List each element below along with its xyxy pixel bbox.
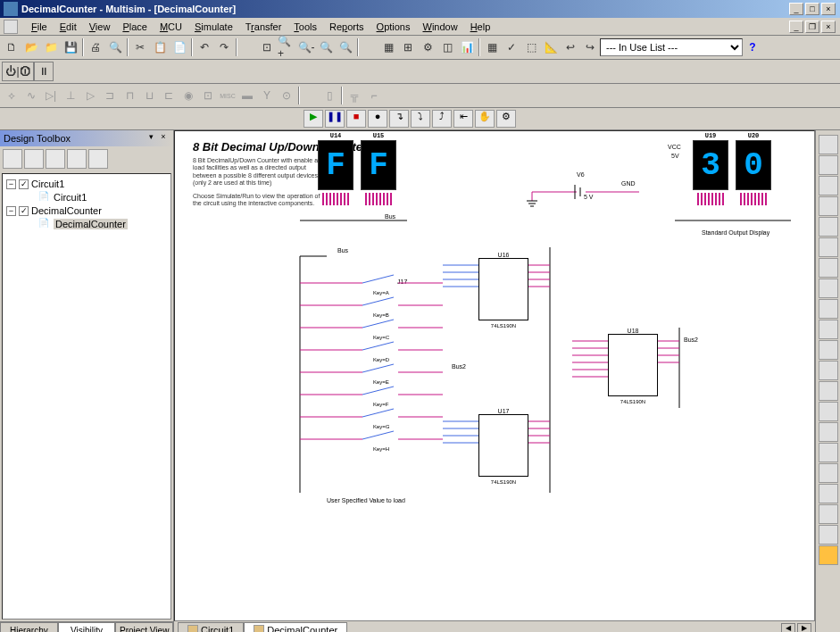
seven-segment-u20[interactable]: U20 0 bbox=[736, 140, 771, 190]
menu-simulate[interactable]: Simulate bbox=[188, 20, 239, 34]
logic-converter-button[interactable] bbox=[819, 320, 838, 339]
postprocessor-button[interactable]: ▦ bbox=[482, 37, 502, 57]
step-into-button[interactable]: ↴ bbox=[389, 110, 409, 128]
record-button[interactable]: ● bbox=[368, 110, 387, 128]
wattmeter-button[interactable] bbox=[819, 176, 838, 195]
ultiboard-button[interactable]: 📐 bbox=[541, 37, 561, 57]
place-cmos-button[interactable]: ⊓ bbox=[120, 86, 139, 105]
function-generator-button[interactable] bbox=[819, 155, 838, 175]
agilent-mm-button[interactable] bbox=[819, 443, 838, 462]
current-probe-button[interactable] bbox=[819, 545, 838, 565]
tb-settings-button[interactable] bbox=[88, 149, 108, 169]
ic-u16[interactable]: U16 74LS190N bbox=[478, 252, 528, 320]
stop-button[interactable]: ■ bbox=[346, 110, 366, 128]
place-rf-button[interactable]: Y bbox=[257, 86, 277, 105]
zoom-full-button[interactable]: ⊡ bbox=[257, 37, 277, 57]
oscilloscope-button[interactable] bbox=[819, 196, 838, 216]
place-power-button[interactable]: ⊡ bbox=[198, 86, 218, 105]
checkbox[interactable]: ✓ bbox=[19, 179, 29, 189]
place-indicator-button[interactable]: ◉ bbox=[179, 86, 198, 105]
grapher-button[interactable]: 📊 bbox=[457, 37, 477, 57]
pause-button[interactable]: ❚❚ bbox=[325, 110, 345, 128]
menu-edit[interactable]: Edit bbox=[54, 20, 83, 34]
new-button[interactable]: 🗋 bbox=[2, 37, 21, 57]
place-mcu-button[interactable]: ▯ bbox=[320, 86, 339, 105]
agilent-fg-button[interactable] bbox=[819, 422, 838, 442]
zoom-out-button[interactable]: 🔍- bbox=[296, 37, 316, 57]
tab-project-view[interactable]: Project View bbox=[115, 622, 173, 632]
mdi-close-button[interactable]: × bbox=[821, 21, 836, 33]
step-out-button[interactable]: ⤴ bbox=[432, 110, 452, 128]
minimize-button[interactable]: _ bbox=[789, 3, 803, 15]
place-diode-button[interactable]: ▷| bbox=[41, 86, 61, 105]
place-ttl-button[interactable]: ⊐ bbox=[100, 86, 120, 105]
place-connector-button[interactable]: ⌐ bbox=[364, 86, 384, 105]
print-button[interactable]: 🖨 bbox=[86, 37, 105, 57]
menu-mcu[interactable]: MCU bbox=[154, 20, 188, 34]
four-channel-scope-button[interactable] bbox=[819, 217, 838, 237]
database-button[interactable]: ▦ bbox=[378, 37, 398, 57]
tb-new-button[interactable] bbox=[3, 149, 22, 169]
sim-switch[interactable]: ⏻|⏼ bbox=[2, 62, 34, 81]
agilent-scope-button[interactable] bbox=[819, 463, 838, 483]
seven-segment-u19[interactable]: U19 3 bbox=[693, 140, 728, 190]
run-button[interactable]: ▶ bbox=[304, 110, 323, 128]
tektronix-scope-button[interactable] bbox=[819, 484, 838, 503]
tb-refresh-button[interactable] bbox=[67, 149, 87, 169]
measurement-probe-button[interactable] bbox=[819, 525, 838, 545]
menu-view[interactable]: View bbox=[83, 20, 117, 34]
menu-reports[interactable]: Reports bbox=[323, 20, 370, 34]
panel-close-button[interactable]: × bbox=[157, 132, 170, 145]
menu-help[interactable]: Help bbox=[464, 20, 497, 34]
breakpoint-button[interactable]: ✋ bbox=[475, 110, 495, 128]
circuit-wizard-button[interactable]: ⚙ bbox=[418, 37, 437, 57]
place-mixed-button[interactable]: ⊏ bbox=[159, 86, 179, 105]
tree-root-circuit1[interactable]: − ✓ Circuit1 bbox=[6, 178, 167, 190]
place-transistor-button[interactable]: ⊥ bbox=[61, 86, 80, 105]
menu-place[interactable]: Place bbox=[116, 20, 154, 34]
tb-save-button[interactable] bbox=[46, 149, 65, 169]
place-electromech-button[interactable]: ⊙ bbox=[277, 86, 296, 105]
zoom-fit-button[interactable]: 🔍 bbox=[336, 37, 355, 57]
menu-transfer[interactable]: Transfer bbox=[239, 20, 288, 34]
place-misc-digital-button[interactable]: ⊔ bbox=[139, 86, 159, 105]
frequency-counter-button[interactable] bbox=[819, 258, 838, 278]
place-analog-button[interactable]: ▷ bbox=[80, 86, 100, 105]
tree-root-decimalcounter[interactable]: − ✓ DecimalCounter bbox=[6, 204, 167, 217]
undo-button[interactable]: ↶ bbox=[195, 37, 214, 57]
close-button[interactable]: × bbox=[821, 3, 836, 15]
open-samples-button[interactable]: 📁 bbox=[41, 37, 61, 57]
mdi-minimize-button[interactable]: _ bbox=[789, 21, 803, 33]
collapse-icon[interactable]: − bbox=[6, 179, 16, 189]
spectrum-analyzer-button[interactable] bbox=[819, 381, 838, 401]
schematic-canvas[interactable]: 8 Bit Decimal Up/Down Counter 8 Bit Deci… bbox=[174, 130, 815, 621]
region-button[interactable]: ⬚ bbox=[521, 37, 541, 57]
place-misc-button[interactable]: MISC bbox=[218, 86, 237, 105]
distortion-analyzer-button[interactable] bbox=[819, 361, 838, 380]
collapse-icon[interactable]: − bbox=[6, 206, 16, 216]
menu-file[interactable]: File bbox=[25, 20, 54, 34]
tree-child-decimalcounter[interactable]: 📄 DecimalCounter bbox=[6, 217, 167, 231]
forward-annotate-button[interactable]: ↪ bbox=[580, 37, 600, 57]
ic-u17[interactable]: U17 74LS190N bbox=[478, 408, 528, 477]
word-generator-button[interactable] bbox=[819, 279, 838, 298]
hierarchy-tree[interactable]: − ✓ Circuit1 📄 Circuit1 − ✓ DecimalCount… bbox=[2, 173, 171, 620]
panel-dropdown-icon[interactable]: ▾ bbox=[145, 132, 157, 145]
place-basic-button[interactable]: ∿ bbox=[21, 86, 41, 105]
step-back-button[interactable]: ⇤ bbox=[453, 110, 473, 128]
scroll-right-button[interactable]: ▶ bbox=[797, 623, 811, 632]
spreadsheet-button[interactable]: ⊞ bbox=[398, 37, 418, 57]
tab-visibility[interactable]: Visibility bbox=[58, 622, 116, 632]
settings-button[interactable]: ⚙ bbox=[496, 110, 516, 128]
scroll-left-button[interactable]: ◀ bbox=[781, 623, 795, 632]
checkbox[interactable]: ✓ bbox=[19, 206, 29, 216]
zoom-in-button[interactable]: 🔍+ bbox=[277, 37, 296, 57]
bode-plotter-button[interactable] bbox=[819, 237, 838, 257]
paste-button[interactable]: 📄 bbox=[170, 37, 189, 57]
logic-analyzer-button[interactable] bbox=[819, 299, 838, 319]
redo-button[interactable]: ↷ bbox=[214, 37, 234, 57]
variant-button[interactable]: ◫ bbox=[437, 37, 457, 57]
print-preview-button[interactable]: 🔍 bbox=[105, 37, 125, 57]
iv-analyzer-button[interactable] bbox=[819, 340, 838, 360]
zoom-area-button[interactable]: 🔍 bbox=[316, 37, 336, 57]
